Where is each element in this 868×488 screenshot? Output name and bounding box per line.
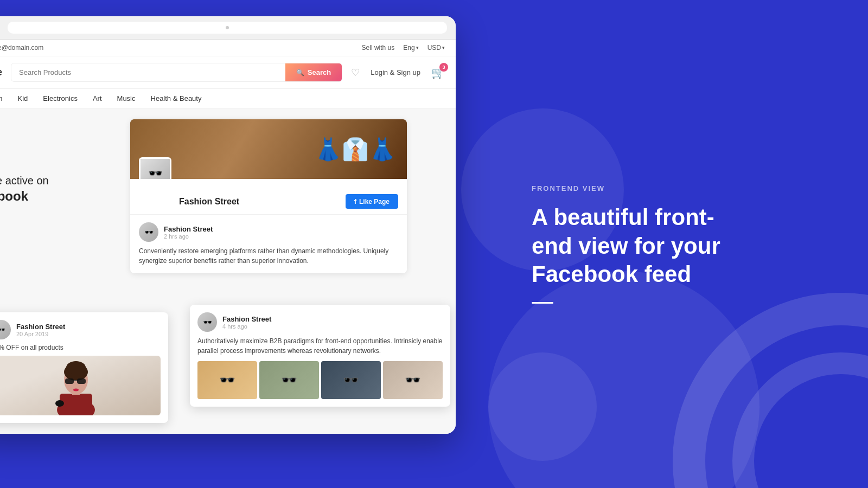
discount-text: 50% OFF on all products (0, 344, 161, 351)
fb-profile-inner: 🕶️ (141, 159, 170, 179)
fb-page-name: Fashion Street (179, 197, 239, 207)
svg-point-10 (73, 389, 79, 391)
post-image-4: 🕶️ (383, 361, 443, 399)
topbar-right: Sell with us Eng ▾ USD ▾ (362, 44, 445, 52)
nav-item-music[interactable]: Music (117, 94, 136, 102)
frontend-view-label: FRONTEND VIEW (532, 184, 825, 192)
post-1-text: Conveniently restore emerging platforms … (139, 246, 398, 266)
sunglasses-icon: 🕶️ (148, 166, 163, 179)
floating-post-1-meta: Fashion Street 20 Apr 2019 (16, 323, 65, 337)
fb-cover-photo: 👗👔👗 🕶️ (130, 119, 407, 179)
post-1-avatar: 🕶️ (139, 222, 158, 242)
store-nav: Women Kid Electronics Art Music Health &… (0, 89, 456, 108)
post-1-time: 2 hrs ago (164, 233, 213, 240)
currency-chevron-icon: ▾ (442, 45, 445, 50)
svg-rect-1 (60, 394, 92, 415)
right-panel: FRONTEND VIEW A beautiful front-end view… (488, 0, 868, 488)
store-topbar: johndoe@domain.com Sell with us Eng ▾ US… (0, 40, 456, 56)
floating-post-1-header: 🕶️ Fashion Street 20 Apr 2019 (0, 320, 161, 339)
wave-decoration (651, 271, 868, 488)
woman-illustration (0, 356, 161, 415)
search-input[interactable] (11, 64, 285, 81)
store-content: We are active on Facebook 👗👔👗 🕶️ (0, 108, 456, 434)
post-image-1: 🕶️ (197, 361, 257, 399)
floating-post-card-1: 🕶️ Fashion Street 20 Apr 2019 50% OFF on… (0, 312, 168, 423)
floating-post-2-text: Authoritatively maximize B2B paradigms f… (197, 336, 443, 356)
post-image-3: 🕶️ (321, 361, 381, 399)
svg-rect-7 (77, 378, 86, 384)
fb-page-info: Fashion Street f Like Page (130, 179, 407, 214)
facebook-icon: f (354, 197, 356, 206)
post-images-grid: 🕶️ 🕶️ 🕶️ 🕶️ (197, 361, 443, 399)
clothing-rack-illustration: 👗👔👗 (130, 119, 407, 179)
floating-post-1-author: Fashion Street (16, 323, 65, 331)
svg-point-5 (66, 361, 86, 374)
store-header: store 🔍 Search ♡ Login & Sign up 🛒 3 (0, 56, 456, 89)
nav-item-women[interactable]: Women (0, 94, 3, 102)
browser-window: johndoe@domain.com Sell with us Eng ▾ US… (0, 16, 456, 434)
floating-post-2-meta: Fashion Street 4 hrs ago (222, 315, 271, 330)
post-image-2: 🕶️ (259, 361, 319, 399)
cart-badge: 3 (439, 63, 448, 72)
wishlist-icon[interactable]: ♡ (351, 67, 360, 79)
fb-like-button[interactable]: f Like Page (346, 194, 398, 209)
divider-line (532, 302, 553, 304)
lang-chevron-icon: ▾ (416, 45, 419, 50)
nav-item-electronics[interactable]: Electronics (43, 94, 78, 102)
facebook-active-label: We are active on Facebook (0, 174, 49, 204)
floating-post-2-time: 4 hrs ago (222, 323, 271, 330)
svg-point-12 (743, 363, 868, 488)
topbar-email: johndoe@domain.com (0, 44, 43, 52)
floating-post-card-2: 🕶️ Fashion Street 4 hrs ago Authoritativ… (190, 305, 450, 407)
search-wrapper: 🔍 Search (11, 63, 342, 82)
sell-with-us-link[interactable]: Sell with us (362, 44, 395, 52)
svg-point-9 (55, 400, 64, 407)
floating-post-1-avatar: 🕶️ (0, 320, 11, 339)
fb-post-1: 🕶️ Fashion Street 2 hrs ago Conveniently… (130, 214, 407, 273)
nav-item-health-beauty[interactable]: Health & Beauty (151, 94, 202, 102)
url-dot (226, 26, 229, 29)
floating-post-2-author: Fashion Street (222, 315, 271, 323)
browser-topbar (0, 16, 456, 40)
post-1-author: Fashion Street (164, 225, 213, 233)
post-1-meta: Fashion Street 2 hrs ago (164, 225, 213, 240)
header-right: ♡ Login & Sign up 🛒 3 (351, 66, 445, 79)
svg-rect-6 (65, 378, 74, 384)
floating-post-1-date: 20 Apr 2019 (16, 331, 65, 337)
nav-item-kid[interactable]: Kid (18, 94, 28, 102)
woman-photo (0, 356, 161, 415)
fb-profile-picture: 🕶️ (139, 157, 171, 179)
search-button[interactable]: 🔍 Search (285, 63, 342, 81)
post-1-header: 🕶️ Fashion Street 2 hrs ago (139, 222, 398, 242)
store-logo: store (0, 67, 2, 78)
browser-area: johndoe@domain.com Sell with us Eng ▾ US… (0, 0, 488, 488)
currency-selector[interactable]: USD ▾ (427, 44, 445, 52)
nav-item-art[interactable]: Art (93, 94, 102, 102)
floating-post-2-avatar: 🕶️ (197, 312, 217, 332)
browser-url-bar (8, 22, 447, 34)
login-link[interactable]: Login & Sign up (371, 68, 420, 76)
facebook-widget: 👗👔👗 🕶️ Fashion Street f Like Page (130, 119, 407, 273)
floating-post-2-header: 🕶️ Fashion Street 4 hrs ago (197, 312, 443, 332)
language-selector[interactable]: Eng ▾ (403, 44, 418, 52)
cart-wrapper[interactable]: 🛒 3 (431, 66, 445, 79)
search-icon: 🔍 (296, 69, 304, 76)
